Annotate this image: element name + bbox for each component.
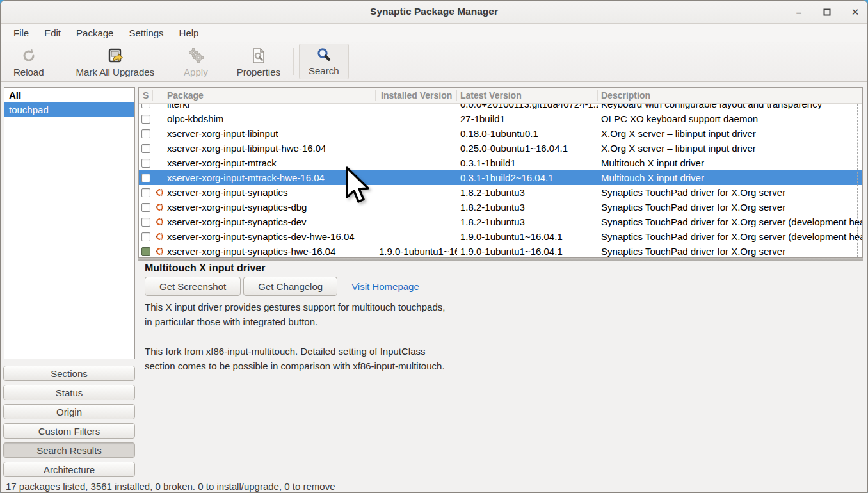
description-paragraph: This fork from xf86-input-multitouch. De… bbox=[145, 344, 445, 373]
package-checkbox[interactable] bbox=[141, 159, 150, 168]
column-header-package[interactable]: Package bbox=[166, 90, 376, 101]
menu-settings[interactable]: Settings bbox=[121, 26, 171, 40]
table-row[interactable]: xserver-xorg-input-synaptics-dev-hwe-16.… bbox=[139, 229, 862, 244]
table-row[interactable]: xserver-xorg-input-mtrack 0.3.1-1build1 … bbox=[139, 156, 862, 170]
table-row[interactable]: xserver-xorg-input-synaptics-dbg 1.8.2-1… bbox=[139, 200, 862, 214]
ubuntu-logo-icon bbox=[153, 203, 166, 211]
description-paragraph: This X input driver provides gestures su… bbox=[145, 300, 445, 329]
package-checkbox[interactable] bbox=[141, 129, 150, 138]
origin-button[interactable]: Origin bbox=[3, 404, 135, 419]
focus-outline-edge bbox=[857, 104, 858, 257]
desktop-background: Synaptic Package Manager – ✕ File Edit P… bbox=[0, 0, 868, 493]
mark-all-upgrades-icon bbox=[107, 47, 124, 65]
table-row[interactable]: xserver-xorg-input-synaptics 1.8.2-1ubun… bbox=[139, 185, 862, 200]
window-title: Synaptic Package Manager bbox=[1, 6, 867, 17]
architecture-button[interactable]: Architecture bbox=[3, 462, 135, 477]
search-results-button[interactable]: Search Results bbox=[3, 442, 135, 458]
synaptic-window: Synaptic Package Manager – ✕ File Edit P… bbox=[0, 0, 868, 493]
toolbar: Reload Mark All Upgrades bbox=[1, 42, 867, 82]
properties-icon bbox=[251, 47, 266, 65]
reload-icon bbox=[21, 47, 36, 65]
toolbar-separator bbox=[293, 48, 294, 75]
ubuntu-logo-icon bbox=[153, 218, 166, 226]
status-button[interactable]: Status bbox=[3, 385, 135, 400]
ubuntu-logo-icon bbox=[153, 188, 166, 197]
package-summary-title: Multitouch X input driver bbox=[145, 263, 265, 274]
statusbar: 17 packages listed, 3561 installed, 0 br… bbox=[1, 478, 867, 493]
mark-all-upgrades-button[interactable]: Mark All Upgrades bbox=[67, 43, 164, 81]
filter-item-all[interactable]: All bbox=[4, 88, 134, 102]
maximize-icon[interactable] bbox=[820, 5, 834, 19]
table-row[interactable]: olpc-kbdshim 27-1build1 OLPC XO keyboard… bbox=[139, 111, 862, 126]
maximize-glyph bbox=[823, 8, 831, 16]
package-checkbox[interactable] bbox=[141, 188, 150, 197]
menu-file[interactable]: File bbox=[6, 26, 36, 40]
table-row[interactable]: literki 0.0.0+20100113.git1da40724-1.2 K… bbox=[139, 104, 862, 111]
details-actions: Get Screenshot Get Changelog Visit Homep… bbox=[145, 277, 419, 296]
workspace: All touchpad Sections Status Origin Cust… bbox=[1, 82, 867, 478]
get-screenshot-button[interactable]: Get Screenshot bbox=[145, 277, 241, 296]
table-row[interactable]: xserver-xorg-input-libinput 0.18.0-1ubun… bbox=[139, 126, 862, 141]
details-pane: Multitouch X input driver Get Screenshot… bbox=[138, 261, 863, 478]
column-header-latest-version[interactable]: Latest Version bbox=[457, 90, 598, 101]
table-row[interactable]: xserver-xorg-input-synaptics-hwe-16.04 1… bbox=[139, 244, 862, 257]
package-checkbox-installed[interactable] bbox=[141, 247, 150, 256]
package-checkbox[interactable] bbox=[141, 115, 150, 124]
search-button[interactable]: Search bbox=[299, 44, 349, 79]
package-checkbox[interactable] bbox=[141, 144, 150, 153]
menu-edit[interactable]: Edit bbox=[36, 26, 68, 40]
menu-package[interactable]: Package bbox=[68, 26, 121, 40]
custom-filters-button[interactable]: Custom Filters bbox=[3, 423, 135, 439]
search-icon bbox=[316, 47, 332, 63]
apply-button: Apply bbox=[175, 43, 217, 81]
minimize-icon[interactable]: – bbox=[792, 5, 806, 19]
package-checkbox[interactable] bbox=[141, 203, 150, 212]
window-controls: – ✕ bbox=[792, 1, 862, 24]
package-checkbox[interactable] bbox=[141, 218, 150, 227]
menu-help[interactable]: Help bbox=[172, 26, 207, 40]
table-row[interactable]: xserver-xorg-input-libinput-hwe-16.04 0.… bbox=[139, 141, 862, 156]
close-icon[interactable]: ✕ bbox=[848, 5, 862, 19]
table-header: S Package Installed Version Latest Versi… bbox=[139, 88, 862, 104]
ubuntu-logo-icon bbox=[153, 247, 166, 255]
visit-homepage-link[interactable]: Visit Homepage bbox=[351, 281, 419, 292]
package-checkbox[interactable] bbox=[141, 174, 150, 182]
package-checkbox[interactable] bbox=[141, 232, 150, 241]
package-table: S Package Installed Version Latest Versi… bbox=[138, 87, 863, 258]
toolbar-separator bbox=[221, 48, 221, 75]
sections-button[interactable]: Sections bbox=[3, 366, 135, 381]
get-changelog-button[interactable]: Get Changelog bbox=[243, 277, 337, 296]
apply-gears-icon bbox=[188, 47, 204, 65]
menubar: File Edit Package Settings Help bbox=[1, 24, 867, 42]
table-row[interactable]: xserver-xorg-input-synaptics-dev 1.8.2-1… bbox=[139, 214, 862, 229]
filter-list: All touchpad bbox=[4, 87, 135, 359]
column-header-status[interactable]: S bbox=[139, 90, 153, 101]
ubuntu-logo-icon bbox=[153, 232, 166, 241]
properties-button[interactable]: Properties bbox=[228, 43, 289, 81]
table-row-selected[interactable]: xserver-xorg-input-mtrack-hwe-16.04 0.3.… bbox=[139, 170, 862, 185]
package-checkbox[interactable] bbox=[141, 104, 150, 108]
table-body: literki 0.0.0+20100113.git1da40724-1.2 K… bbox=[139, 104, 862, 257]
titlebar[interactable]: Synaptic Package Manager – ✕ bbox=[1, 1, 867, 24]
column-header-description[interactable]: Description bbox=[598, 90, 862, 101]
column-header-installed-version[interactable]: Installed Version bbox=[376, 90, 457, 101]
reload-button[interactable]: Reload bbox=[4, 43, 53, 81]
status-summary: 17 packages listed, 3561 installed, 0 br… bbox=[1, 481, 335, 492]
filter-item-touchpad[interactable]: touchpad bbox=[4, 102, 134, 117]
